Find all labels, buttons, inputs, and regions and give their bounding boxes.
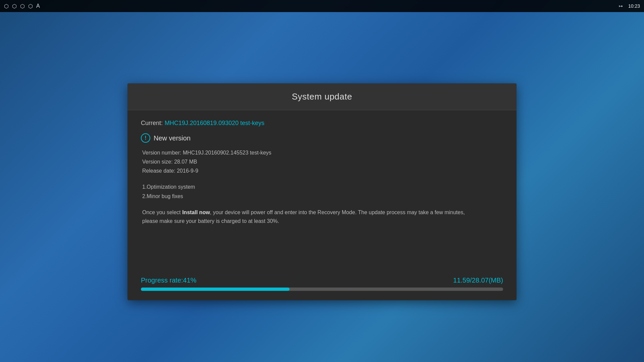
- clock: 10:23: [628, 3, 640, 9]
- install-now-bold: Install now: [182, 209, 210, 215]
- progress-bar-fill: [141, 288, 289, 291]
- install-notice-pre: Once you select: [142, 209, 182, 215]
- taskbar-right: ↦ 10:23: [619, 3, 640, 9]
- current-version-row: Current: MHC19J.20160819.093020 test-key…: [141, 120, 503, 127]
- dialog-body: Current: MHC19J.20160819.093020 test-key…: [127, 110, 517, 271]
- progress-info-row: Progress rate:41% 11.59/28.07(MB): [141, 277, 503, 284]
- usb2-icon: ⬡: [12, 3, 17, 9]
- new-version-title: New version: [154, 134, 191, 142]
- release-date-line: Release date: 2016-9-9: [142, 166, 503, 175]
- arrows-icon: ↦: [619, 3, 623, 9]
- taskbar: ⬡ ⬡ ⬡ ⬡ A ↦ 10:23: [0, 0, 644, 12]
- dialog-title: System update: [138, 92, 506, 102]
- taskbar-left: ⬡ ⬡ ⬡ ⬡ A: [4, 3, 40, 9]
- version-details: Version number: MHC19J.20160902.145523 t…: [141, 148, 503, 176]
- current-version-value: MHC19J.20160819.093020 test-keys: [165, 120, 264, 127]
- usb3-icon: ⬡: [20, 3, 25, 9]
- changelog-1: 1.Optimization system: [142, 182, 503, 192]
- current-label: Current:: [141, 120, 163, 127]
- usb4-icon: ⬡: [28, 3, 33, 9]
- changelog-2: 2.Minor bug fixes: [142, 192, 503, 201]
- dialog-header: System update: [127, 83, 517, 110]
- usb1-icon: ⬡: [4, 3, 9, 9]
- progress-label: Progress rate:41%: [141, 277, 197, 284]
- input-icon: A: [36, 3, 40, 9]
- new-version-header: ! New version: [141, 133, 503, 143]
- install-notice: Once you select Install now, your device…: [141, 208, 476, 225]
- version-number-line: Version number: MHC19J.20160902.145523 t…: [142, 148, 503, 157]
- system-update-dialog: System update Current: MHC19J.20160819.0…: [127, 83, 517, 300]
- dialog-footer: Progress rate:41% 11.59/28.07(MB): [127, 271, 517, 300]
- version-size-line: Version size: 28.07 MB: [142, 157, 503, 166]
- progress-size: 11.59/28.07(MB): [453, 277, 503, 284]
- progress-bar-container: [141, 288, 503, 291]
- info-circle-icon: !: [141, 133, 150, 143]
- changelog: 1.Optimization system 2.Minor bug fixes: [141, 182, 503, 201]
